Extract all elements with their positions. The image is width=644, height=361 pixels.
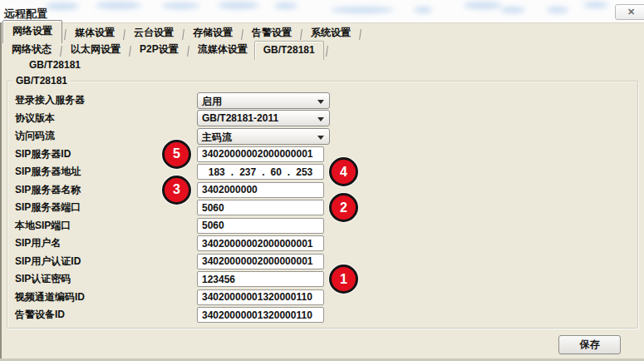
protocol-version-selected-value: GB/T28181-2011 xyxy=(202,112,278,124)
remote-config-dialog: 远程配置 ✕ 网络设置媒体设置云台设置存储设置告警设置系统设置 网络状态以太网设… xyxy=(0,0,644,361)
chevron-down-icon xyxy=(317,117,324,121)
chevron-down-icon xyxy=(317,136,324,140)
sip-server-address-input[interactable]: 183.237.60.253 xyxy=(197,164,324,180)
ip-octet: 183 xyxy=(209,166,225,178)
field-label-sip-user-auth-id: SIP用户认证ID xyxy=(15,255,197,269)
tab-separator xyxy=(60,46,62,57)
field-row-video-channel-id: 视频通道编码ID xyxy=(15,289,372,307)
field-label-local-sip-port: 本地SIP端口 xyxy=(15,219,197,233)
field-row-access-stream: 访问码流主码流 xyxy=(15,127,372,146)
tab-gbt28181[interactable]: GB/T28181 xyxy=(254,41,324,60)
tab-separator xyxy=(129,46,131,57)
tab-ethernet-settings[interactable]: 以太网设置 xyxy=(64,40,127,60)
page-caption: GB/T28181 xyxy=(29,59,81,71)
close-icon: ✕ xyxy=(627,6,635,18)
gbt28181-form: 登录接入服务器启用协议版本GB/T28181-2011访问码流主码流SIP服务器… xyxy=(15,91,372,324)
tab-bar-network: 网络状态以太网设置P2P设置流媒体设置GB/T28181 xyxy=(5,44,330,60)
field-row-alarm-device-id: 告警设备ID xyxy=(15,306,372,324)
login-access-server-select[interactable]: 启用 xyxy=(197,92,330,109)
ip-separator: . xyxy=(231,166,234,178)
blur-smudge xyxy=(500,7,525,13)
callout-badge-2: 2 xyxy=(329,193,358,222)
field-label-login-access-server: 登录接入服务器 xyxy=(15,93,197,107)
tab-separator xyxy=(64,29,66,40)
chevron-down-icon xyxy=(317,100,324,104)
ip-separator: . xyxy=(262,166,264,178)
access-stream-selected-value: 主码流 xyxy=(202,131,232,145)
sip-username-input[interactable] xyxy=(197,235,324,251)
tab-separator xyxy=(123,29,125,40)
field-row-sip-username: SIP用户名 xyxy=(15,235,372,253)
video-channel-id-input[interactable] xyxy=(197,289,324,305)
close-button[interactable]: ✕ xyxy=(615,4,644,20)
tab-p2p-settings[interactable]: P2P设置 xyxy=(133,40,185,60)
blur-smudge xyxy=(96,2,141,9)
blur-smudge xyxy=(331,7,394,13)
blur-smudge xyxy=(274,2,297,9)
sip-server-name-input[interactable] xyxy=(197,182,324,198)
blur-smudge xyxy=(46,2,79,10)
callout-badge-3: 3 xyxy=(162,176,191,205)
ip-octet: 237 xyxy=(239,166,256,178)
blur-smudge xyxy=(414,7,432,13)
sip-user-auth-id-input[interactable] xyxy=(197,254,324,270)
field-row-login-access-server: 登录接入服务器启用 xyxy=(15,91,372,110)
tab-separator xyxy=(187,46,189,57)
field-row-sip-server-name: SIP服务器名称3 xyxy=(15,181,372,200)
access-stream-select[interactable]: 主码流 xyxy=(197,128,330,145)
login-access-server-selected-value: 启用 xyxy=(202,95,222,109)
field-label-video-channel-id: 视频通道编码ID xyxy=(15,290,197,304)
sip-server-port-input[interactable] xyxy=(197,200,324,215)
protocol-version-select[interactable]: GB/T28181-2011 xyxy=(197,110,330,126)
field-row-sip-server-address: SIP服务器地址183.237.60.2534 xyxy=(15,163,372,181)
field-row-protocol-version: 协议版本GB/T28181-2011 xyxy=(15,110,372,128)
tab-separator xyxy=(241,29,243,40)
sip-auth-password-input[interactable] xyxy=(197,271,324,287)
field-label-alarm-device-id: 告警设备ID xyxy=(15,308,197,322)
tab-separator xyxy=(326,46,328,57)
ip-separator: . xyxy=(288,166,290,178)
callout-badge-4: 4 xyxy=(329,157,358,186)
tab-streaming-settings[interactable]: 流媒体设置 xyxy=(191,40,254,60)
field-label-protocol-version: 协议版本 xyxy=(15,111,197,126)
blur-smudge xyxy=(162,2,199,9)
tab-separator xyxy=(300,29,302,40)
save-button[interactable]: 保存 xyxy=(558,335,621,354)
blur-smudge xyxy=(583,2,608,8)
local-sip-port-input[interactable] xyxy=(197,218,324,234)
field-row-sip-server-port: SIP服务器端口2 xyxy=(15,199,372,217)
groupbox-legend: GB/T28181 xyxy=(12,75,71,87)
blur-smudge xyxy=(464,2,502,9)
tab-separator xyxy=(182,29,184,40)
dialog-titlebar: 远程配置 ✕ xyxy=(0,0,644,23)
ip-octet: 60 xyxy=(271,166,282,178)
blur-smudge xyxy=(547,7,568,13)
sip-server-id-input[interactable] xyxy=(197,146,324,162)
field-row-sip-user-auth-id: SIP用户认证ID xyxy=(15,253,372,271)
callout-badge-1: 1 xyxy=(329,265,358,294)
callout-badge-5: 5 xyxy=(162,140,191,169)
field-label-sip-username: SIP用户名 xyxy=(15,236,197,250)
field-row-local-sip-port: 本地SIP端口 xyxy=(15,217,372,235)
ip-octet: 253 xyxy=(296,166,312,178)
tab-network-status[interactable]: 网络状态 xyxy=(5,40,58,60)
field-label-sip-auth-password: SIP认证密码 xyxy=(15,272,197,286)
window-left-border xyxy=(0,22,2,361)
blur-smudge xyxy=(218,2,259,9)
tab-separator xyxy=(359,29,361,40)
alarm-device-id-input[interactable] xyxy=(197,307,324,323)
field-row-sip-server-id: SIP服务器ID5 xyxy=(15,146,372,164)
field-row-sip-auth-password: SIP认证密码1 xyxy=(15,270,372,289)
